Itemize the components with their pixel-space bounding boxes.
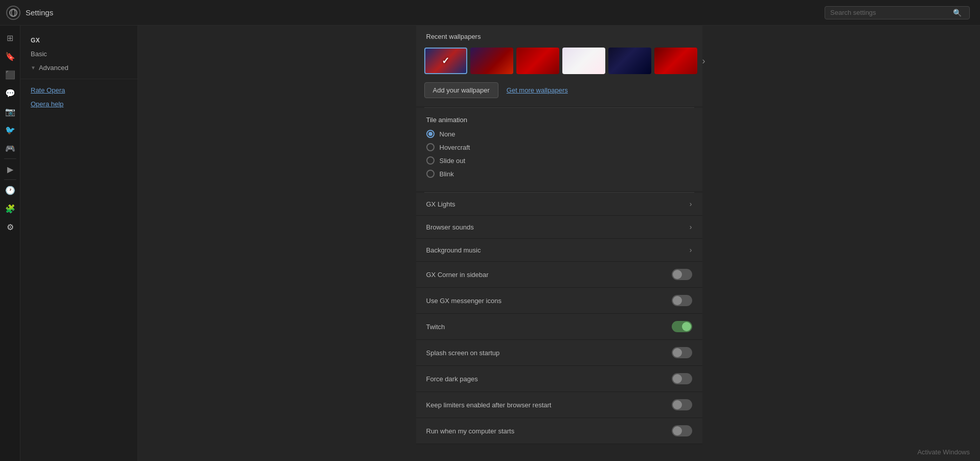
icon-bar: ⊞ 🔖 ⬛ 💬 📷 🐦 🎮 ▶ 🕐 🧩 ⚙ (0, 0, 20, 461)
gx-messenger-toggle[interactable] (672, 295, 692, 306)
sidebar-basic[interactable]: Basic (20, 47, 138, 61)
settings-content: Recent wallpapers › Add your wallpaper G… (138, 26, 980, 461)
force-dark-toggle[interactable] (672, 373, 692, 384)
splash-screen-row: Splash screen on startup (416, 340, 702, 366)
keep-limiters-row: Keep limiters enabled after browser rest… (416, 392, 702, 418)
twitch-row: Twitch (416, 314, 702, 340)
wallpaper-actions: Add your wallpaper Get more wallpapers (416, 82, 702, 106)
keep-limiters-toggle[interactable] (672, 399, 692, 410)
wallpaper-thumb-2[interactable] (470, 48, 513, 74)
wallpapers-section: Recent wallpapers › Add your wallpaper G… (416, 26, 702, 106)
wallpapers-next-icon[interactable]: › (700, 54, 708, 68)
gx-lights-arrow-icon: › (690, 200, 692, 208)
search-bar-container[interactable]: 🔍 (825, 6, 970, 19)
splash-screen-label: Splash screen on startup (426, 349, 500, 357)
search-icon: 🔍 (953, 9, 962, 17)
nav-icon-home[interactable]: ⊞ (2, 30, 18, 46)
run-on-startup-label: Run when my computer starts (426, 427, 515, 435)
nav-icon-extensions[interactable]: 🧩 (2, 200, 18, 217)
svg-point-1 (12, 9, 15, 16)
opera-logo (6, 6, 20, 20)
gx-corner-row: GX Corner in sidebar (416, 262, 702, 288)
browser-sounds-arrow-icon: › (690, 223, 692, 231)
tile-animation-section: Tile animation None Hovercraft Slide out… (416, 108, 702, 191)
sidebar-opera-help[interactable]: Opera help (20, 97, 138, 111)
page-title: Settings (26, 8, 53, 17)
nav-icon-discord[interactable]: 🎮 (2, 140, 18, 156)
header: Settings 🔍 (0, 0, 980, 26)
settings-sidebar: GX Basic ▼ Advanced Rate Opera Opera hel… (20, 26, 138, 461)
gx-messenger-row: Use GX messenger icons (416, 288, 702, 314)
tile-animation-title: Tile animation (426, 116, 692, 124)
radio-hovercraft-btn[interactable] (426, 143, 435, 151)
nav-icon-twitter[interactable]: 🐦 (2, 122, 18, 138)
background-music-arrow-icon: › (690, 246, 692, 254)
run-on-startup-toggle[interactable] (672, 425, 692, 436)
radio-none-btn[interactable] (426, 130, 435, 138)
browser-sounds-label: Browser sounds (426, 223, 474, 231)
radio-slide-out-btn[interactable] (426, 156, 435, 165)
gx-lights-label: GX Lights (426, 200, 455, 208)
add-wallpaper-button[interactable]: Add your wallpaper (424, 82, 498, 98)
gx-lights-row[interactable]: GX Lights › (416, 193, 702, 216)
radio-blink[interactable]: Blink (426, 170, 692, 178)
wallpaper-thumb-1[interactable] (424, 48, 467, 74)
wallpaper-thumb-5[interactable] (608, 48, 651, 74)
advanced-arrow-icon: ▼ (31, 65, 36, 71)
radio-blink-label: Blink (440, 170, 454, 178)
wallpaper-thumb-3[interactable] (516, 48, 559, 74)
wallpapers-grid: › (416, 48, 702, 82)
content-inner: Recent wallpapers › Add your wallpaper G… (416, 26, 702, 461)
run-on-startup-row: Run when my computer starts (416, 418, 702, 444)
gx-corner-label: GX Corner in sidebar (426, 271, 489, 279)
wallpaper-thumb-4[interactable] (562, 48, 605, 74)
background-music-row[interactable]: Background music › (416, 239, 702, 262)
force-dark-label: Force dark pages (426, 375, 478, 383)
wallpapers-section-header: Recent wallpapers (416, 26, 702, 48)
browser-sounds-row[interactable]: Browser sounds › (416, 216, 702, 239)
radio-slide-out[interactable]: Slide out (426, 156, 692, 165)
wallpaper-thumb-6[interactable] (654, 48, 697, 74)
nav-icon-divider1 (4, 158, 16, 159)
keep-limiters-label: Keep limiters enabled after browser rest… (426, 401, 552, 409)
radio-hovercraft[interactable]: Hovercraft (426, 143, 692, 151)
nav-icon-player[interactable]: ▶ (2, 161, 18, 177)
get-more-wallpapers-link[interactable]: Get more wallpapers (507, 86, 568, 94)
radio-none-label: None (440, 130, 455, 138)
sidebar-divider (20, 79, 138, 79)
nav-icon-whatsapp[interactable]: 💬 (2, 85, 18, 101)
radio-hovercraft-label: Hovercraft (440, 144, 470, 151)
nav-icon-tab-islands[interactable]: ⬛ (2, 66, 18, 83)
nav-icon-settings[interactable]: ⚙ (2, 219, 18, 235)
nav-icon-bookmarks[interactable]: 🔖 (2, 48, 18, 64)
nav-icon-instagram[interactable]: 📷 (2, 103, 18, 120)
sidebar-rate-opera[interactable]: Rate Opera (20, 83, 138, 97)
radio-none[interactable]: None (426, 130, 692, 138)
background-music-label: Background music (426, 246, 481, 254)
search-input[interactable] (830, 9, 953, 16)
twitch-label: Twitch (426, 323, 445, 331)
gx-corner-toggle[interactable] (672, 269, 692, 280)
sidebar-advanced[interactable]: ▼ Advanced (20, 61, 138, 75)
twitch-toggle[interactable] (672, 321, 692, 332)
sidebar-gx-label: GX (20, 34, 138, 47)
nav-icon-divider2 (4, 179, 16, 180)
radio-blink-btn[interactable] (426, 170, 435, 178)
radio-slide-out-label: Slide out (440, 157, 466, 165)
force-dark-row: Force dark pages (416, 366, 702, 392)
gx-messenger-label: Use GX messenger icons (426, 297, 502, 305)
nav-icon-history[interactable]: 🕐 (2, 182, 18, 198)
svg-point-0 (10, 9, 17, 16)
splash-screen-toggle[interactable] (672, 347, 692, 358)
